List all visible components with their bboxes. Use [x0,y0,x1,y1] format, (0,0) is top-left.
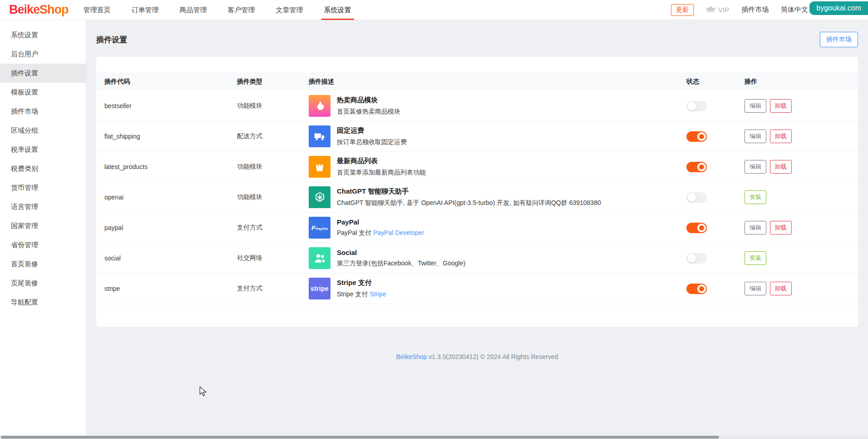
status-toggle[interactable] [686,162,707,172]
sidebar-item[interactable]: 页尾装修 [0,274,86,293]
status-toggle[interactable] [686,131,707,142]
table-row: social 社交网络 Social 第三方登录(包括Facebook、Twit… [96,243,858,274]
header-nav-item[interactable]: 客户管理 [217,0,266,20]
sidebar-item[interactable]: 首页装修 [0,254,86,274]
plugin-description: 第三方登录(包括Facebook、Twitter、Google) [337,259,465,268]
plugin-type: 功能模块 [229,102,301,110]
sidebar-item[interactable]: 税率设置 [0,140,86,159]
plugin-type: 支付方式 [229,224,301,232]
edit-button[interactable]: 编辑 [745,282,766,295]
sidebar-item[interactable]: 区域分组 [0,121,86,140]
vip-label: VIP [718,6,729,14]
footer-copyright: v1.3.5(20230412) © 2024 All Rights Reser… [427,353,558,360]
top-header: BeikeShop 管理首页订单管理商品管理客户管理文章管理系统设置 更新 VI… [0,0,868,20]
col-actions: 操作 [736,78,858,86]
table-header-row: 插件代码 插件类型 插件描述 状态 操作 [96,72,858,91]
row-actions: 编辑卸载 [736,160,858,174]
plugin-title: ChatGPT 智能聊天助手 [337,187,601,196]
crown-icon [706,5,715,14]
row-actions: 编辑卸载 [736,282,858,295]
vip-menu[interactable]: VIP [706,5,729,14]
header-nav-item[interactable]: 管理首页 [73,0,121,20]
row-actions: 编辑卸载 [736,130,858,143]
footer-brand-link[interactable]: BeikeShop [396,353,427,360]
row-actions: 安装 [736,251,858,265]
header-nav-item[interactable]: 订单管理 [121,0,169,20]
horizontal-scrollbar [0,435,868,439]
stripe-icon: stripe [309,278,330,299]
plugin-type: 社交网络 [229,254,301,262]
edit-button[interactable]: 编辑 [745,99,766,113]
plugin-description: 首页装修热卖商品模块 [337,108,400,116]
footer: BeikeShop v1.3.5(20230412) © 2024 All Ri… [86,353,868,360]
people-icon [309,247,330,269]
plugin-type: 支付方式 [229,284,301,293]
language-label: 简体中文 [781,5,808,14]
uninstall-button[interactable]: 卸载 [770,160,792,174]
header-nav-item[interactable]: 商品管理 [169,0,217,20]
plugin-description: 首页菜单添加最新商品列表功能 [337,169,426,177]
plugin-description: PayPal 支付 PayPal Developer [337,229,424,237]
col-plugin-type: 插件类型 [229,78,301,86]
edit-button[interactable]: 编辑 [745,221,766,234]
table-row: bestseller 功能模块 热卖商品模块 首页装修热卖商品模块 编辑卸载 [96,91,858,121]
plugin-description: 按订单总额收取固定运费 [337,138,407,146]
plugin-type: 功能模块 [229,193,301,201]
sidebar-item[interactable]: 后台用户 [0,45,86,64]
col-plugin-desc: 插件描述 [301,78,678,86]
row-actions: 安装 [736,190,858,204]
sidebar-item[interactable]: 系统设置 [0,25,86,45]
plugin-code: bestseller [96,102,229,110]
sidebar-item[interactable]: 导航配置 [0,293,86,312]
row-actions: 编辑卸载 [736,221,858,234]
plugin-code: openai [96,194,229,201]
install-button[interactable]: 安装 [745,190,766,204]
uninstall-button[interactable]: 卸载 [770,130,792,143]
header-nav-item[interactable]: 系统设置 [314,0,362,20]
plugin-type: 配送方式 [229,132,301,140]
sidebar-item[interactable]: 语言管理 [0,197,86,216]
sidebar-item[interactable]: 省份管理 [0,235,86,254]
sidebar-item[interactable]: 插件市场 [0,102,86,121]
main-content: 插件设置 插件市场 插件代码 插件类型 插件描述 状态 操作 bestselle… [86,20,868,439]
plugin-title: 固定运费 [337,126,407,135]
uninstall-button[interactable]: 卸载 [770,99,792,113]
plugin-market-button[interactable]: 插件市场 [820,32,858,47]
horizontal-scrollbar-thumb[interactable] [1,436,719,439]
plugin-desc-link[interactable]: Stripe [370,290,386,298]
plugin-title: Social [337,249,465,256]
sidebar-item[interactable]: 插件设置 [0,64,86,83]
table-row: stripe 支付方式 stripe Stripe 支付 Stripe 支付 S… [96,274,858,304]
row-actions: 编辑卸载 [736,99,858,113]
uninstall-button[interactable]: 卸载 [770,221,792,234]
plugin-description: ChatGPT 智能聊天助手, 基于 OpenAI API(gpt-3.5-tu… [337,199,601,207]
beikeshop-logo[interactable]: BeikeShop [9,3,69,17]
settings-sidebar: 系统设置后台用户插件设置模板设置插件市场区域分组税率设置税费类别货币管理语言管理… [0,20,86,439]
bag-icon [309,156,330,178]
plugin-title: 热卖商品模块 [337,96,400,105]
header-nav-item[interactable]: 文章管理 [266,0,314,20]
status-toggle[interactable] [686,192,707,203]
status-toggle[interactable] [686,253,707,264]
sidebar-item[interactable]: 税费类别 [0,159,86,178]
status-toggle[interactable] [686,284,707,294]
sidebar-item[interactable]: 国家管理 [0,216,86,235]
edit-button[interactable]: 编辑 [745,130,766,143]
status-toggle[interactable] [686,223,707,233]
install-button[interactable]: 安装 [745,251,766,265]
sidebar-item[interactable]: 模板设置 [0,83,86,102]
col-status: 状态 [678,78,736,86]
flame-icon [309,95,330,117]
plugin-code: latest_products [96,163,229,170]
plugin-code: paypal [96,224,229,231]
edit-button[interactable]: 编辑 [745,160,766,174]
status-toggle[interactable] [686,101,707,111]
sidebar-item[interactable]: 货币管理 [0,178,86,197]
table-body: bestseller 功能模块 热卖商品模块 首页装修热卖商品模块 编辑卸载 f… [96,91,858,304]
header-nav: 管理首页订单管理商品管理客户管理文章管理系统设置 [73,0,362,20]
update-button[interactable]: 更新 [671,4,694,16]
header-plugin-market-link[interactable]: 插件市场 [741,5,769,14]
watermark-badge: bygoukai.com [809,1,868,15]
uninstall-button[interactable]: 卸载 [770,282,792,295]
plugin-desc-link[interactable]: PayPal Developer [373,229,424,236]
